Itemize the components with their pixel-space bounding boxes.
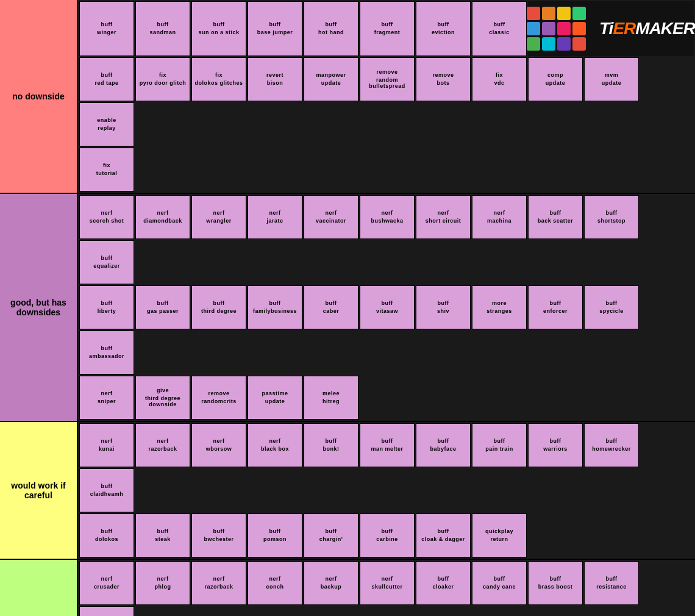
tier-cells-careful: nerfkunai nerfrazorback nerfwborsow nerf… [78,422,695,559]
tier-label-good: good, but has downsides [0,194,78,421]
cell-backup: nerfbackup [304,561,358,605]
logo-sq [527,37,540,51]
cell-shospitality: buffs'hospitality [79,606,134,616]
cell-skullcutter: nerfskullcutter [360,561,415,605]
tier-cells-likely: nerfcrusader nerfphlog nerfrazorback ner… [78,560,695,616]
cell-fragment: bufffragment [360,1,415,56]
cell-fix-tutorial: fixtutorial [79,148,134,192]
cell-liberty: buffliberty [79,285,134,329]
cell-mvm-update: mvmupdate [584,57,639,101]
cell-razorback2: nerfrazorback [191,561,246,605]
cell-candy-cane: buffcandy cane [472,561,527,605]
cell-winger: buffwinger [79,1,134,56]
cell-bonk: buffbonk! [304,423,358,467]
logo-sq [572,22,586,35]
cell-jarate: nerfjarate [248,195,302,239]
tier-row-careful: would work if careful nerfkunai nerfrazo… [0,422,695,560]
cell-spycicle: buffspycicle [584,285,639,329]
cell-resistance: buffresistance [584,561,639,605]
cell-ambassador: buffambassador [79,331,134,374]
logo-sq [542,22,555,35]
cell-base-jumper: buffbase jumper [248,1,302,56]
cell-classic: buffclassic [472,1,527,56]
tier-label-no-downside: no downside [0,0,78,193]
cell-chargin: buffchargin' [304,514,358,557]
cell-warriors: buffwarriors [528,423,583,467]
cell-red-tape: buffred tape [79,57,134,101]
cell-cloaker: buffcloaker [416,561,471,605]
tier-row-good: good, but has downsides nerfscorch shot … [0,194,695,422]
cell-third-degree: buffthird degree [191,285,246,329]
logo-cell: TiERMAKER [528,1,694,56]
cell-machina: nerfmachina [472,195,527,239]
cell-vitasaw: buffvitasaw [360,285,415,329]
cell-conch: nerfconch [248,561,302,605]
cell-gas-passer: buffgas passer [135,285,190,329]
logo-sq [542,7,555,20]
cell-carbine: buffcarbine [360,514,415,557]
cell-bwchester: buffbwchester [191,514,246,557]
tier-cells-no-downside: buffwinger buffsandman buffsun on a stic… [78,0,695,193]
cell-give-third: givethird degree downside [135,376,190,420]
cell-caber: buffcaber [304,285,358,329]
cell-black-box: nerfblack box [248,423,302,467]
logo-sq [527,22,540,35]
logo-sq [527,7,540,20]
cell-babyface: buffbabyface [416,423,471,467]
cell-crusader: nerfcrusader [79,561,134,605]
cell-shortstop: buffshortstop [584,195,639,239]
cell-remove-random: removerandom bulletspread [360,57,415,101]
cell-pyro-door: fixpyro door glitch [135,57,190,101]
logo-sq [557,37,571,51]
cell-nerf-sniper: nerfsniper [79,376,134,420]
logo-sq [542,37,555,51]
tier-row-no-downside: no downside buffwinger buffsandman buffs… [0,0,695,194]
cell-man-melter: buffman melter [360,423,415,467]
cell-remove-bots: removebots [416,57,471,101]
cell-homewrecker: buffhomewrecker [584,423,639,467]
cell-wborsow: nerfwborsow [191,423,246,467]
cell-enforcer: buffenforcer [528,285,583,329]
cell-enable-replay: enablereplay [79,102,134,146]
cell-kunai: nerfkunai [79,423,134,467]
cell-scorch-shot: nerfscorch shot [79,195,134,239]
cell-wrangler: nerfwrangler [191,195,246,239]
tier-table: no downside buffwinger buffsandman buffs… [0,0,695,616]
cell-diamondback: nerfdiamondback [135,195,190,239]
logo-text: TiERMAKER [599,19,695,38]
cell-shiv: buffshiv [416,285,471,329]
cell-claidheamh: buffclaidheamh [79,468,134,512]
cell-back-scatter: buffback scatter [528,195,583,239]
cell-fix-vdc: fixvdc [472,57,527,101]
logo-sq [572,7,586,20]
tier-row-likely: likely wouldn't work nerfcrusader nerfph… [0,560,695,616]
cell-bushwacka: nerfbushwacka [360,195,415,239]
cell-remove-randomcrits: removerandomcrits [191,376,246,420]
cell-dolokos2: buffdolokos [79,514,134,557]
cell-short-circuit: nerfshort circuit [416,195,471,239]
cell-comp-update: compupdate [528,57,583,101]
cell-pomson: buffpomson [248,514,302,557]
logo-sq [572,37,586,51]
cell-vaccinator: nerfvaccinator [304,195,358,239]
cell-passtime: passtimeupdate [248,376,302,420]
cell-steak: buffsteak [135,514,190,557]
cell-dolokos-glitch: fixdolokos glitches [191,57,246,101]
cell-equalizer: buffequalizer [79,240,134,284]
cell-razorback: nerfrazorback [135,423,190,467]
logo-sq [557,7,571,20]
cell-cloak-dagger: buffcloak & dagger [416,514,471,557]
cell-phlog: nerfphlog [135,561,190,605]
cell-more-stranges: morestranges [472,285,527,329]
logo-grid [527,7,586,51]
tier-cells-good: nerfscorch shot nerfdiamondback nerfwran… [78,194,695,421]
cell-revert-bison: revertbison [248,57,302,101]
logo-sq [557,22,571,35]
cell-familybusiness: bufffamilybusiness [248,285,302,329]
cell-pain-train: buffpain train [472,423,527,467]
cell-manpower: manpowerupdate [304,57,358,101]
cell-hot-hand: buffhot hand [304,1,358,56]
tier-label-careful: would work if careful [0,422,78,559]
tier-label-likely: likely wouldn't work [0,560,78,616]
cell-eviction: buffeviction [416,1,471,56]
